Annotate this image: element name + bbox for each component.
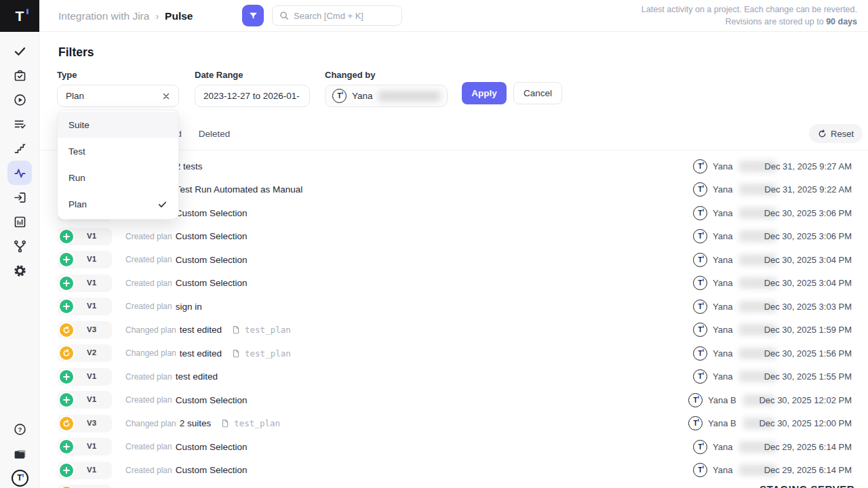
cancel-button[interactable]: Cancel (513, 82, 562, 104)
file-ref[interactable]: test_plan (231, 348, 291, 359)
sidebar-nav (0, 39, 39, 283)
list-check-icon[interactable] (7, 112, 32, 136)
entity-name[interactable]: test edited (180, 325, 222, 335)
action-label: Changed plan (125, 325, 176, 335)
profile-avatar[interactable]: T (7, 466, 32, 488)
entity-name[interactable]: Custom Selection (176, 208, 248, 218)
activity-row[interactable]: V1 Created plan Custom Selection T Yana … (39, 248, 868, 272)
row-user-name: Yana (713, 302, 732, 312)
tab-deleted[interactable]: Deleted (199, 129, 231, 139)
play-circle-icon[interactable] (7, 87, 32, 112)
entity-name[interactable]: Test Run Automated as Manual (176, 184, 303, 195)
activity-row[interactable]: V3 Changed plan test edited test_plan T … (39, 319, 868, 342)
entity-name[interactable]: 2 suites (180, 418, 212, 428)
folder-icon[interactable] (7, 441, 32, 466)
entity-name[interactable]: Custom Selection (176, 442, 248, 452)
top-header: Integration with Jira › Pulse Latest act… (39, 0, 868, 32)
activity-row[interactable]: V1 Created plan Custom Selection T Yana … (39, 388, 868, 412)
type-option[interactable]: Run (58, 165, 178, 191)
funnel-icon (248, 11, 258, 21)
version-label: V1 (87, 466, 96, 474)
bar-chart-icon[interactable] (7, 209, 32, 234)
activity-row[interactable]: V1 Created plan test edited T Yana Dec 3… (39, 365, 868, 389)
type-select[interactable]: Plan (57, 85, 179, 107)
version-label: V1 (87, 442, 96, 450)
row-user-avatar: T (693, 253, 707, 267)
date-range-group: Date Range (195, 70, 310, 107)
timestamp: Dec 30, 2025 3:03 PM (764, 302, 852, 312)
reset-label: Reset (831, 129, 854, 139)
entity-name[interactable]: sign in (176, 302, 202, 312)
timestamp: Dec 30, 2025 12:00 PM (759, 418, 852, 428)
activity-row[interactable]: V3 Changed plan 2 suites test_plan T Yan… (39, 412, 868, 436)
row-user-name: Yana (713, 325, 732, 335)
entity-name[interactable]: Custom Selection (176, 278, 248, 288)
type-select-value: Plan (66, 91, 84, 101)
activity-row[interactable]: V1 Created plan Custom Selection T Yana … (39, 435, 868, 459)
breadcrumb-project[interactable]: Integration with Jira (58, 10, 149, 22)
type-dropdown-menu: Suite Test Run Plan (57, 110, 179, 220)
action-label: Created plan (125, 302, 172, 311)
entity-name[interactable]: Custom Selection (176, 255, 248, 265)
type-option[interactable]: Suite (58, 112, 178, 138)
entity-name[interactable]: Custom Selection (176, 465, 248, 475)
activity-row[interactable]: V2 Changed plan test edited test_plan T … (39, 342, 868, 365)
version-badge: V1 (58, 438, 112, 455)
operation-icon (58, 485, 75, 488)
activity-row[interactable]: V1 Created plan Custom Selection T Yana … (39, 272, 868, 296)
date-range-input-wrap (195, 85, 310, 107)
version-label: V3 (87, 419, 96, 427)
row-user-avatar: T (693, 463, 707, 477)
row-user-avatar: T (693, 182, 707, 197)
help-icon[interactable]: ? (7, 417, 32, 441)
apply-button[interactable]: Apply (462, 82, 507, 104)
timestamp: Dec 30, 2025 3:06 PM (764, 208, 852, 218)
entity-name[interactable]: test edited (180, 348, 222, 359)
version-badge (58, 485, 112, 488)
app-logo-letter: T (16, 8, 24, 24)
activity-row[interactable]: V1 Created plan sign in T Yana Dec 30, 2… (39, 295, 868, 319)
activity-row[interactable]: V1 Created plan Custom Selection T Yana … (39, 459, 868, 483)
entity-name[interactable]: 2 tests (176, 161, 203, 171)
plus-icon (62, 256, 71, 264)
row-user-name: Yana (713, 442, 732, 452)
file-ref[interactable]: test_plan (231, 325, 291, 335)
type-option[interactable]: Test (58, 138, 178, 165)
action-label: Created plan (125, 279, 172, 288)
changed-by-select[interactable]: T Yana (325, 85, 448, 107)
version-badge: V2 (58, 344, 112, 362)
search-input[interactable] (294, 11, 389, 21)
version-label: V1 (87, 255, 96, 263)
type-option[interactable]: Plan (58, 191, 178, 218)
file-ref[interactable]: test_plan (220, 418, 280, 428)
pulse-icon[interactable] (7, 161, 32, 185)
changed-by-value: Yana (352, 91, 373, 101)
check-icon[interactable] (7, 39, 32, 63)
search-box[interactable] (272, 5, 402, 26)
timestamp: Dec 30, 2025 1:59 PM (764, 325, 852, 335)
gear-icon[interactable] (7, 258, 32, 283)
action-label: Created plan (125, 232, 172, 241)
timestamp: Dec 29, 2025 6:14 PM (764, 465, 852, 475)
enter-icon[interactable] (7, 185, 32, 209)
type-option-label: Test (68, 146, 85, 157)
retention-days: 90 days (826, 17, 857, 26)
filter-toggle-button[interactable] (242, 5, 264, 26)
row-user-avatar: T (693, 323, 707, 337)
app-logo[interactable]: T (0, 0, 39, 32)
case-check-icon[interactable] (7, 63, 32, 87)
steps-icon[interactable] (7, 136, 32, 161)
version-label: V1 (87, 372, 96, 380)
entity-name[interactable]: test edited (176, 371, 218, 382)
date-range-input[interactable] (195, 91, 309, 101)
changed-by-label: Changed by (325, 70, 448, 80)
entity-name[interactable]: Custom Selection (176, 231, 248, 241)
fork-icon[interactable] (7, 234, 32, 258)
row-user-avatar: T (688, 393, 703, 407)
row-user-name: Yana (713, 231, 732, 241)
clear-icon[interactable] (162, 92, 170, 100)
activity-row[interactable]: V1 Created plan Custom Selection T Yana … (39, 225, 868, 249)
entity-name[interactable]: Custom Selection (176, 395, 248, 405)
activity-row[interactable]: T (39, 482, 868, 488)
reset-button[interactable]: Reset (809, 124, 863, 143)
